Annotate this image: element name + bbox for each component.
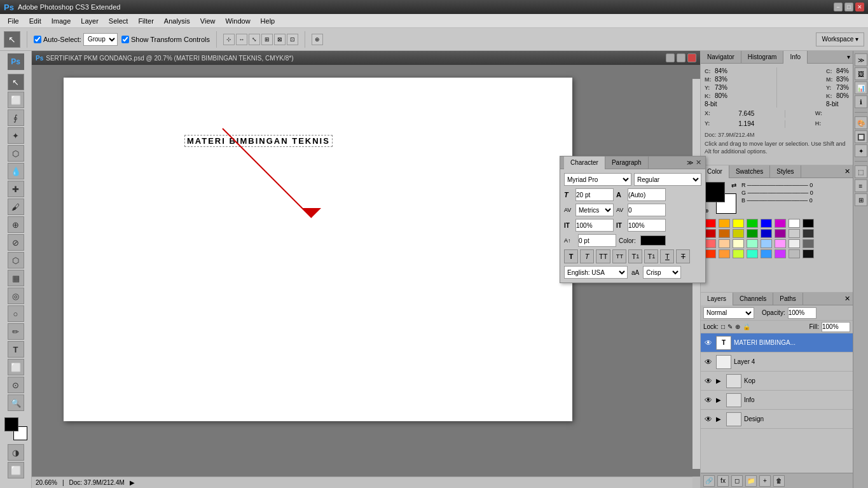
- swatch-8[interactable]: [705, 229, 716, 238]
- canvas-window-controls[interactable]: [666, 53, 696, 62]
- minimize-button[interactable]: −: [834, 3, 843, 11]
- move-tool-button[interactable]: ↖: [4, 31, 20, 48]
- char-panel-close[interactable]: ✕: [696, 158, 701, 167]
- layer-vis-materi[interactable]: 👁: [703, 338, 713, 348]
- crop-tool[interactable]: ⬡: [8, 145, 24, 162]
- swatch-19[interactable]: [747, 239, 758, 248]
- panel-icon-2[interactable]: 📊: [855, 81, 867, 94]
- swatch-3[interactable]: [747, 219, 758, 228]
- style-strike-btn[interactable]: T: [676, 249, 690, 263]
- font-size-input[interactable]: [575, 188, 614, 201]
- style-underline-btn[interactable]: T: [660, 249, 674, 263]
- tracking-input[interactable]: [628, 204, 666, 216]
- layer-vis-design[interactable]: 👁: [703, 414, 713, 424]
- tab-paths[interactable]: Paths: [773, 293, 803, 305]
- layer-mask-btn[interactable]: ◻: [731, 475, 743, 487]
- foreground-color-box[interactable]: [4, 417, 18, 431]
- layer-group-btn[interactable]: 📁: [745, 475, 757, 487]
- swatch-23[interactable]: [803, 239, 814, 248]
- style-italic-btn[interactable]: T: [580, 249, 594, 263]
- lock-pixels[interactable]: □: [721, 323, 725, 330]
- swatch-25[interactable]: [719, 249, 730, 258]
- style-super-btn[interactable]: T1: [628, 249, 642, 263]
- transform-icon-4[interactable]: ⊞: [261, 34, 273, 45]
- 3d-tool[interactable]: ⊙: [8, 377, 24, 393]
- auto-select-checkbox[interactable]: [34, 36, 41, 43]
- maximize-button[interactable]: □: [844, 3, 853, 11]
- layer-info[interactable]: 👁 ▶ Info: [701, 391, 853, 410]
- brush-tool[interactable]: 🖌: [8, 199, 24, 215]
- pen-tool[interactable]: ✏: [8, 323, 24, 340]
- transform-icon-6[interactable]: ⊡: [287, 34, 298, 45]
- swatch-10[interactable]: [733, 229, 744, 238]
- layer-materi[interactable]: 👁 T MATERI BIMBINGA...: [701, 333, 853, 352]
- swatch-7[interactable]: [803, 219, 814, 228]
- tab-swatches[interactable]: Swatches: [729, 165, 770, 178]
- swatch-24[interactable]: [705, 249, 716, 258]
- swatch-29[interactable]: [775, 249, 786, 258]
- workspace-button[interactable]: Workspace ▾: [816, 32, 864, 46]
- swatch-6[interactable]: [789, 219, 800, 228]
- character-color-box[interactable]: [640, 235, 666, 246]
- healing-tool[interactable]: ✚: [8, 181, 24, 197]
- lock-all[interactable]: 🔒: [743, 323, 750, 330]
- leading-input[interactable]: [628, 188, 666, 201]
- menu-select[interactable]: Select: [104, 16, 134, 26]
- screen-mode-tool[interactable]: ⬜: [8, 462, 24, 478]
- layer-4[interactable]: 👁 Layer 4: [701, 352, 853, 372]
- transform-icon-2[interactable]: ↔: [236, 34, 247, 45]
- layer-design[interactable]: 👁 ▶ Design: [701, 410, 853, 429]
- kerning-select[interactable]: Metrics Optical 0: [575, 204, 614, 216]
- swatch-12[interactable]: [761, 229, 772, 238]
- blur-tool[interactable]: ◎: [8, 288, 24, 304]
- swatch-28[interactable]: [761, 249, 772, 258]
- show-transform-checkbox[interactable]: [121, 36, 129, 43]
- swatch-14[interactable]: [789, 229, 800, 238]
- transform-icon-5[interactable]: ⊠: [274, 34, 286, 45]
- layer-vis-info[interactable]: 👁: [703, 395, 713, 405]
- zoom-tool[interactable]: 🔍: [8, 394, 24, 411]
- title-bar-controls[interactable]: − □ ✕: [834, 3, 864, 11]
- panel-options-btn[interactable]: ▾: [844, 53, 853, 60]
- style-sub-btn[interactable]: T1: [644, 249, 658, 263]
- foreground-color[interactable]: [705, 182, 725, 202]
- swap-colors[interactable]: ⇄: [731, 182, 736, 189]
- delete-layer-btn[interactable]: 🗑: [773, 475, 785, 487]
- menu-layer[interactable]: Layer: [76, 16, 104, 26]
- tab-character[interactable]: Character: [564, 157, 605, 169]
- canvas-minimize[interactable]: [666, 53, 675, 62]
- panel-icon-3[interactable]: ℹ: [855, 95, 867, 108]
- tab-channels[interactable]: Channels: [733, 293, 773, 305]
- close-button[interactable]: ✕: [855, 3, 864, 11]
- blend-mode-select[interactable]: Normal Multiply Screen: [703, 307, 754, 319]
- tab-paragraph[interactable]: Paragraph: [605, 157, 649, 169]
- font-family-select[interactable]: Myriad Pro: [564, 173, 631, 186]
- quick-mask-tool[interactable]: ◑: [8, 444, 24, 461]
- swatch-27[interactable]: [747, 249, 758, 258]
- status-arrow[interactable]: ▶: [130, 479, 135, 486]
- layer-expand-info[interactable]: ▶: [716, 396, 724, 403]
- transform-icon-3[interactable]: ⤡: [249, 34, 260, 45]
- menu-view[interactable]: View: [195, 16, 221, 26]
- layers-options-btn[interactable]: ✕: [842, 295, 853, 303]
- tab-navigator[interactable]: Navigator: [701, 51, 741, 64]
- layer-expand-design[interactable]: ▶: [716, 415, 724, 422]
- lasso-tool[interactable]: ∮: [8, 109, 24, 126]
- color-panel-options[interactable]: ✕: [842, 167, 853, 176]
- swatch-5[interactable]: [775, 219, 786, 228]
- layer-vis-kop[interactable]: 👁: [703, 376, 713, 386]
- menu-edit[interactable]: Edit: [24, 16, 46, 26]
- eyedropper-tool[interactable]: 💧: [8, 163, 24, 179]
- collapse-panels-btn[interactable]: ≫: [855, 53, 867, 66]
- swatch-2[interactable]: [733, 219, 744, 228]
- anti-alias-select[interactable]: Crisp Sharp Strong Smooth None: [643, 266, 681, 279]
- swatch-21[interactable]: [775, 239, 786, 248]
- style-smallcaps-btn[interactable]: TT: [612, 249, 626, 263]
- gradient-tool[interactable]: ▦: [8, 270, 24, 286]
- swatch-0[interactable]: [705, 219, 716, 228]
- move-tool[interactable]: ↖: [8, 74, 24, 90]
- layer-fx-btn[interactable]: fx: [717, 475, 729, 487]
- swatch-9[interactable]: [719, 229, 730, 238]
- panel-icon-5[interactable]: 🔲: [855, 130, 867, 143]
- lock-move[interactable]: ⊕: [735, 323, 740, 330]
